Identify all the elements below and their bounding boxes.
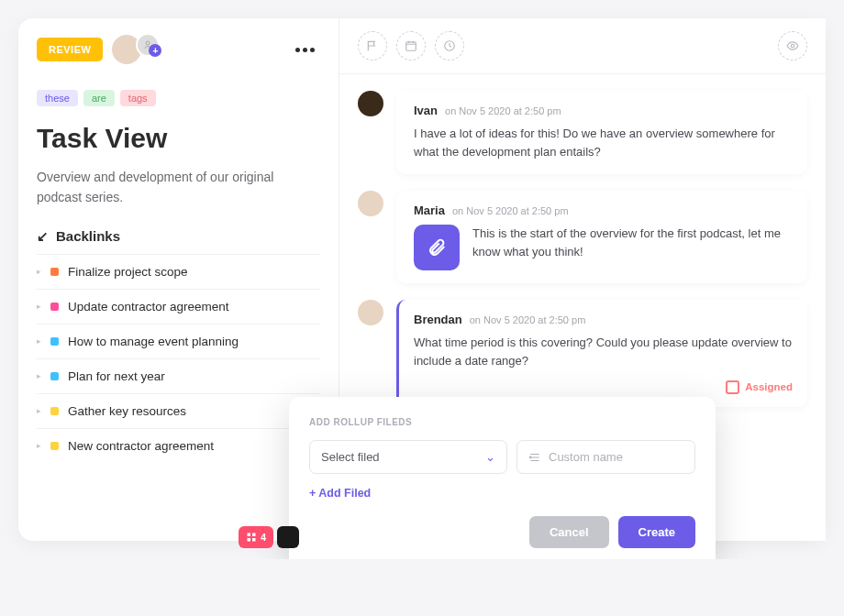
flag-icon[interactable]	[358, 31, 387, 60]
backlink-label: Update contractor agreement	[68, 300, 229, 314]
footer-badges: 4	[239, 526, 299, 548]
comment-time: on Nov 5 2020 at 2:50 pm	[452, 205, 569, 216]
svg-rect-6	[252, 534, 256, 537]
avatar-add[interactable]: +	[136, 33, 160, 57]
backlinks-title: Backlinks	[56, 228, 120, 244]
backlink-item[interactable]: ▸Plan for next year	[37, 358, 320, 393]
backlink-item[interactable]: ▸New contractor agreement	[37, 428, 320, 463]
add-rollup-modal: ADD ROLLUP FILEDS Select filed ⌄ Custom …	[289, 397, 716, 559]
custom-placeholder: Custom name	[549, 450, 623, 464]
comment: Mariaon Nov 5 2020 at 2:50 pm This is th…	[358, 191, 807, 283]
caret-icon: ▸	[37, 406, 41, 415]
svg-point-3	[791, 44, 794, 48]
comment-card: Brendanon Nov 5 2020 at 2:50 pm What tim…	[396, 300, 807, 406]
avatar[interactable]	[358, 91, 383, 116]
color-dot	[50, 337, 59, 346]
select-placeholder: Select filed	[321, 450, 380, 464]
attachment-icon[interactable]	[414, 225, 460, 270]
header-left: REVIEW +	[18, 18, 339, 81]
color-dot	[50, 442, 59, 450]
more-menu-icon[interactable]	[290, 42, 320, 58]
comment-body: I have a lot of ideas for this! Do we ha…	[414, 125, 793, 161]
plus-icon: +	[149, 44, 161, 57]
comment-card: Ivanon Nov 5 2020 at 2:50 pm I have a lo…	[396, 91, 807, 174]
backlink-label: New contractor agreement	[68, 439, 214, 453]
tag[interactable]: tags	[120, 90, 156, 106]
svg-rect-7	[248, 538, 251, 542]
comment-body: What time period is this covering? Could…	[414, 334, 793, 370]
grid-icon	[246, 532, 257, 543]
add-field-link[interactable]: + Add Filed	[309, 487, 695, 500]
app-window: REVIEW + these are tags Task View Overvi…	[18, 18, 826, 541]
comment-author: Ivan	[414, 104, 438, 117]
app-badge[interactable]	[277, 526, 299, 548]
chevron-down-icon: ⌄	[485, 450, 495, 464]
task-description: Overview and development of our original…	[37, 167, 320, 208]
backlink-item[interactable]: ▸Finalize project scope	[37, 254, 320, 289]
create-button[interactable]: Create	[618, 516, 695, 548]
caret-icon: ▸	[37, 267, 41, 276]
backlinks-list: ▸Finalize project scope▸Update contracto…	[37, 254, 320, 463]
tags-row: these are tags	[37, 90, 320, 106]
backlink-item[interactable]: ▸Update contractor agreement	[37, 289, 320, 324]
color-dot	[50, 372, 59, 380]
assigned-badge[interactable]: Assigned	[414, 380, 793, 394]
backlinks-header[interactable]: ↙ Backlinks	[37, 228, 320, 245]
comment-time: on Nov 5 2020 at 2:50 pm	[470, 314, 586, 325]
checkbox-icon[interactable]	[726, 380, 739, 394]
custom-name-input[interactable]: Custom name	[516, 440, 695, 474]
backlink-label: Plan for next year	[68, 369, 165, 383]
caret-icon: ▸	[37, 336, 41, 346]
comment-author: Maria	[414, 204, 445, 217]
avatar[interactable]	[358, 191, 383, 216]
comment-card: Mariaon Nov 5 2020 at 2:50 pm This is th…	[396, 191, 807, 283]
svg-point-4	[529, 456, 531, 458]
backlink-label: How to manage event planning	[68, 335, 239, 348]
backlink-label: Gather key resources	[68, 404, 186, 418]
cancel-button[interactable]: Cancel	[529, 516, 609, 548]
assigned-label: Assigned	[745, 381, 793, 392]
caret-icon: ▸	[37, 371, 41, 380]
avatar[interactable]	[358, 300, 383, 325]
calendar-icon[interactable]	[396, 31, 426, 60]
color-dot	[50, 407, 59, 415]
review-badge[interactable]: REVIEW	[37, 38, 103, 61]
expand-icon: ↙	[37, 228, 49, 245]
svg-rect-1	[406, 42, 416, 50]
tag[interactable]: these	[37, 90, 78, 106]
task-title: Task View	[37, 123, 320, 154]
select-field-dropdown[interactable]: Select filed ⌄	[309, 440, 507, 474]
svg-rect-8	[252, 538, 256, 542]
comment-time: on Nov 5 2020 at 2:50 pm	[445, 105, 561, 116]
backlink-label: Finalize project scope	[68, 265, 188, 279]
eye-icon[interactable]	[778, 31, 807, 60]
settings-icon	[528, 451, 541, 464]
svg-rect-5	[248, 534, 251, 537]
caret-icon: ▸	[37, 441, 41, 450]
comment: Brendanon Nov 5 2020 at 2:50 pm What tim…	[358, 300, 807, 406]
comment-body: This is the start of the overview for th…	[472, 225, 793, 261]
avatar-group[interactable]: +	[110, 33, 160, 66]
notification-badge[interactable]: 4	[239, 526, 273, 548]
backlink-item[interactable]: ▸Gather key resources+	[37, 393, 320, 428]
tag[interactable]: are	[83, 90, 115, 106]
modal-title: ADD ROLLUP FILEDS	[309, 417, 695, 427]
clock-icon[interactable]	[435, 31, 464, 60]
comment-author: Brendan	[414, 313, 462, 326]
color-dot	[50, 268, 59, 276]
badge-count: 4	[261, 532, 266, 543]
backlink-item[interactable]: ▸How to manage event planning	[37, 324, 320, 358]
color-dot	[50, 302, 59, 311]
caret-icon: ▸	[37, 302, 41, 311]
comment: Ivanon Nov 5 2020 at 2:50 pm I have a lo…	[358, 91, 807, 174]
header-right	[339, 18, 826, 74]
svg-point-0	[146, 41, 150, 45]
